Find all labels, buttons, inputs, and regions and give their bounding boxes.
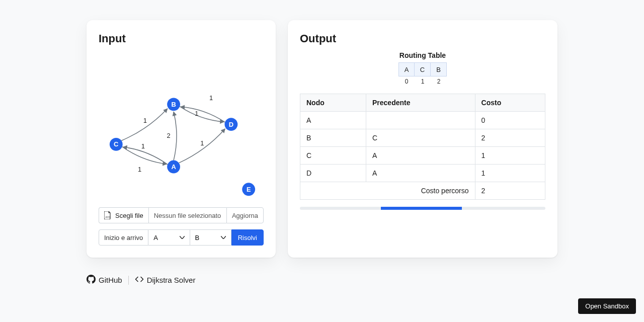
route-row: Inizio e arrivo A B Risolvi bbox=[99, 229, 264, 246]
progress-bar bbox=[300, 207, 545, 210]
table-cell: B bbox=[300, 129, 366, 147]
file-upload-row: JSON Scegli file Nessun file selezionato… bbox=[99, 207, 264, 223]
open-sandbox-button[interactable]: Open Sandbox bbox=[578, 298, 636, 314]
routing-cell: C bbox=[415, 62, 431, 76]
output-panel: Output Routing Table ACB 012 Nodo Preced… bbox=[288, 20, 557, 258]
code-icon bbox=[135, 275, 144, 285]
graph-node-label: D bbox=[229, 121, 233, 128]
result-table: Nodo Precedente Costo A0BC2CA1DA1 Costo … bbox=[300, 94, 545, 200]
file-json-icon: JSON bbox=[104, 211, 111, 219]
github-icon bbox=[87, 275, 96, 285]
routing-index: 2 bbox=[431, 76, 447, 87]
table-cell: 0 bbox=[475, 112, 545, 129]
edge-weight: 1 bbox=[200, 139, 204, 147]
github-link[interactable]: GitHub bbox=[87, 275, 122, 285]
graph-edge bbox=[123, 147, 168, 165]
table-cell: C bbox=[300, 147, 366, 165]
table-row: A0 bbox=[300, 112, 545, 129]
table-cell: C bbox=[366, 129, 475, 147]
table-cell: A bbox=[366, 165, 475, 182]
routing-cell: A bbox=[398, 62, 415, 76]
path-cost-label: Costo percorso bbox=[300, 182, 475, 200]
solver-link[interactable]: Dijkstra Solver bbox=[135, 275, 196, 285]
file-choose-button[interactable]: JSON Scegli file bbox=[99, 207, 148, 223]
edge-weight: 1 bbox=[143, 117, 147, 124]
edge-weight: 1 bbox=[138, 166, 141, 173]
graph-node-label: A bbox=[171, 163, 176, 171]
table-cell: 2 bbox=[475, 129, 545, 147]
table-cell: 1 bbox=[475, 147, 545, 165]
end-select[interactable]: B bbox=[190, 229, 231, 246]
path-cost-value: 2 bbox=[475, 182, 545, 200]
start-select[interactable]: A bbox=[148, 229, 190, 246]
routing-table: ACB 012 bbox=[398, 62, 447, 87]
footer-divider bbox=[128, 276, 129, 285]
routing-table-title: Routing Table bbox=[300, 51, 545, 59]
col-node: Nodo bbox=[300, 94, 366, 112]
footer: GitHub Dijkstra Solver bbox=[87, 275, 644, 285]
graph-edge bbox=[174, 112, 177, 160]
output-title: Output bbox=[300, 32, 545, 45]
solver-label: Dijkstra Solver bbox=[147, 276, 196, 284]
routing-index: 1 bbox=[415, 76, 431, 87]
progress-fill bbox=[381, 207, 462, 210]
svg-text:JSON: JSON bbox=[105, 216, 111, 218]
table-row: CA1 bbox=[300, 147, 545, 165]
refresh-button[interactable]: Aggiorna bbox=[226, 207, 264, 223]
table-row: BC2 bbox=[300, 129, 545, 147]
graph-edge bbox=[121, 109, 167, 141]
edge-weight: 2 bbox=[167, 132, 171, 139]
graph-edge bbox=[181, 107, 225, 122]
graph-node-label: E bbox=[247, 186, 251, 193]
input-title: Input bbox=[99, 32, 264, 45]
file-choose-label: Scegli file bbox=[115, 212, 143, 219]
file-name-display: Nessun file selezionato bbox=[148, 207, 226, 223]
table-cell: A bbox=[300, 112, 366, 129]
route-label: Inizio e arrivo bbox=[99, 229, 148, 246]
github-label: GitHub bbox=[99, 276, 122, 284]
col-prev: Precedente bbox=[366, 94, 475, 112]
graph-canvas[interactable]: 1211111 ABCDE bbox=[99, 51, 264, 207]
table-cell: 1 bbox=[475, 165, 545, 182]
table-cell: A bbox=[366, 147, 475, 165]
solve-button[interactable]: Risolvi bbox=[231, 229, 264, 246]
graph-node-label: B bbox=[171, 101, 176, 108]
graph-edge bbox=[180, 107, 224, 122]
input-panel: Input 1211111 ABCDE JSON Scegli file bbox=[87, 20, 276, 258]
routing-cell: B bbox=[431, 62, 447, 76]
table-cell bbox=[366, 112, 475, 129]
edge-weight: 1 bbox=[141, 142, 145, 150]
graph-node-label: C bbox=[114, 140, 118, 148]
edge-weight: 1 bbox=[195, 110, 198, 117]
table-row: DA1 bbox=[300, 165, 545, 182]
edge-weight: 1 bbox=[209, 94, 213, 102]
routing-index: 0 bbox=[398, 76, 415, 87]
table-cell: D bbox=[300, 165, 366, 182]
col-cost: Costo bbox=[475, 94, 545, 112]
